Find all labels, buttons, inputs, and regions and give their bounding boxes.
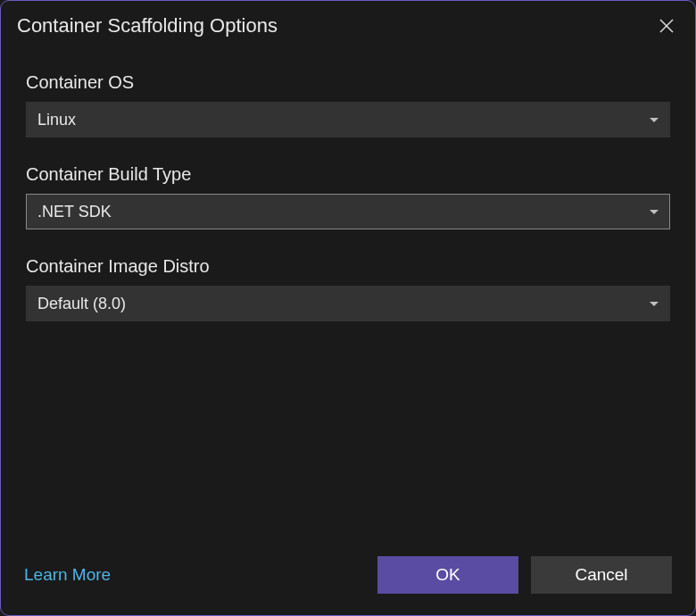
dialog-title: Container Scaffolding Options	[17, 14, 278, 37]
dialog-content: Container OS Linux Container Build Type …	[1, 47, 695, 540]
container-os-dropdown[interactable]: Linux	[26, 102, 670, 137]
cancel-button[interactable]: Cancel	[531, 556, 672, 594]
container-build-type-dropdown[interactable]: .NET SDK	[26, 194, 670, 229]
chevron-down-icon	[650, 302, 659, 306]
container-image-distro-dropdown[interactable]: Default (8.0)	[26, 286, 670, 321]
container-build-type-label: Container Build Type	[26, 164, 670, 185]
container-scaffolding-dialog: Container Scaffolding Options Container …	[0, 0, 696, 616]
container-image-distro-label: Container Image Distro	[26, 256, 670, 277]
container-os-value: Linux	[37, 111, 76, 129]
container-os-label: Container OS	[26, 72, 670, 93]
ok-button[interactable]: OK	[377, 556, 518, 594]
learn-more-link[interactable]: Learn More	[24, 565, 111, 585]
container-image-distro-value: Default (8.0)	[37, 295, 126, 313]
chevron-down-icon	[650, 210, 659, 214]
close-button[interactable]	[654, 13, 679, 38]
chevron-down-icon	[650, 118, 659, 122]
title-bar: Container Scaffolding Options	[1, 1, 695, 47]
dialog-footer: Learn More OK Cancel	[1, 540, 695, 615]
container-build-type-value: .NET SDK	[37, 203, 112, 221]
close-icon	[659, 18, 675, 34]
